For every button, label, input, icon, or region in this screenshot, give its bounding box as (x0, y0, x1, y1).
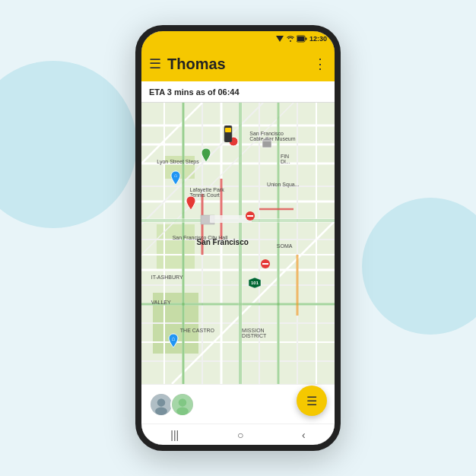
nav-bar: ||| ○ ‹ (141, 424, 335, 445)
wifi-icon (287, 35, 294, 43)
fab-icon: ☰ (306, 394, 317, 408)
bg-blob-right (362, 198, 476, 335)
map-area[interactable]: San Francisco San FranciscoCable Car Mus… (141, 103, 335, 384)
svg-rect-3 (305, 38, 306, 40)
app-title: Thomas (167, 56, 313, 73)
top-bar: ☰ Thomas ⋮ (141, 46, 335, 81)
battery-icon (297, 35, 307, 43)
svg-rect-2 (297, 36, 304, 41)
eta-bar: ETA 3 mins as of 06:44 (141, 81, 335, 103)
status-bar-right: 12:30 (275, 35, 327, 43)
status-bar: 12:30 (141, 31, 335, 46)
avatar-face-1 (151, 394, 172, 415)
eta-text: ETA 3 mins as of 06:44 (149, 87, 240, 97)
svg-rect-47 (210, 215, 252, 223)
status-time: 12:30 (309, 35, 327, 43)
svg-point-62 (155, 407, 167, 415)
avatars-group (149, 392, 190, 417)
map-svg (141, 103, 335, 384)
avatar-2 (170, 392, 195, 417)
menu-icon[interactable]: ☰ (149, 56, 161, 72)
svg-point-64 (179, 398, 187, 407)
phone-wrapper: 12:30 ☰ Thomas ⋮ ETA 3 mins as of 06:44 (135, 25, 341, 451)
signal-icon (275, 35, 284, 43)
nav-home-button[interactable]: ○ (237, 429, 243, 441)
svg-point-65 (176, 407, 189, 415)
nav-back-button[interactable]: ‹ (302, 429, 306, 441)
bottom-bar: ☰ (141, 384, 335, 424)
bg-blob-left (0, 61, 137, 228)
avatar-face-2 (172, 394, 193, 415)
nav-recents-button[interactable]: ||| (170, 429, 179, 441)
svg-marker-0 (276, 36, 284, 42)
svg-point-61 (157, 398, 166, 407)
fab-button[interactable]: ☰ (297, 386, 327, 416)
phone-frame: 12:30 ☰ Thomas ⋮ ETA 3 mins as of 06:44 (135, 25, 341, 451)
more-options-icon[interactable]: ⋮ (313, 56, 327, 72)
svg-rect-6 (157, 224, 195, 270)
